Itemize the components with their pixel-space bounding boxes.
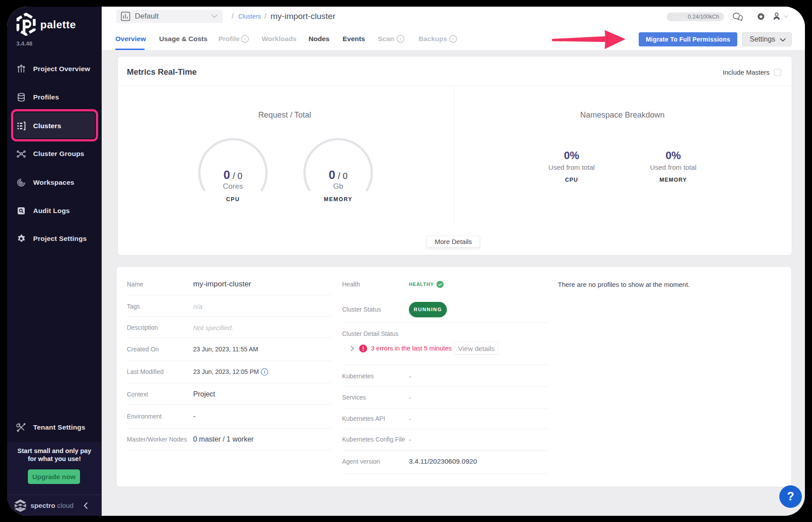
- svg-text:i: i: [400, 36, 401, 42]
- svg-text:i: i: [452, 36, 454, 42]
- svg-text:i: i: [244, 36, 245, 42]
- svg-text:i: i: [264, 370, 265, 374]
